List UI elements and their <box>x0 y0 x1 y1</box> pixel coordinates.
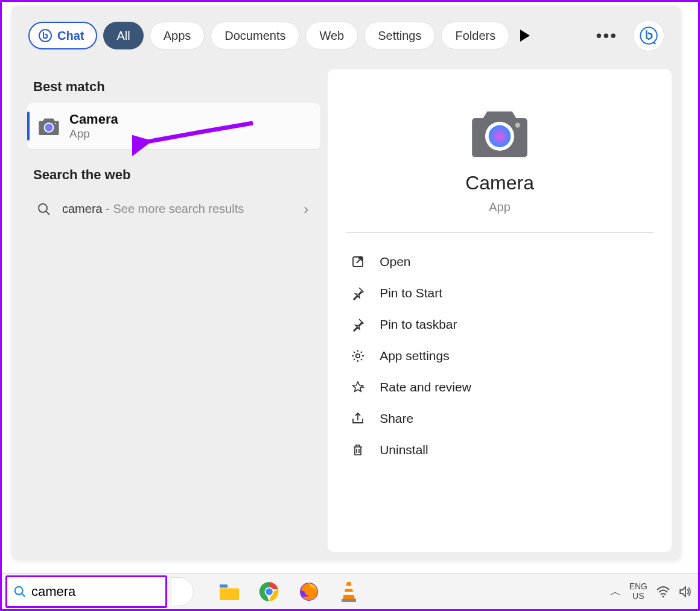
tab-settings[interactable]: Settings <box>364 22 435 49</box>
vlc-icon <box>340 581 358 603</box>
star-icon <box>351 380 365 394</box>
filter-tabs: Chat All Apps Documents Web Settings Fol… <box>11 5 681 56</box>
tab-folders[interactable]: Folders <box>441 22 509 49</box>
best-match-result[interactable]: Camera App <box>27 103 320 149</box>
svg-point-25 <box>662 595 664 597</box>
svg-line-15 <box>22 593 25 597</box>
results-column: Best match Camera App Search the web <box>27 56 320 552</box>
app-preview-header: Camera App <box>334 103 666 214</box>
svg-point-4 <box>45 124 53 131</box>
svg-point-1 <box>640 27 657 44</box>
tab-chat-label: Chat <box>57 29 84 43</box>
taskbar-vlc[interactable] <box>337 580 360 603</box>
taskbar-chrome[interactable] <box>258 580 281 603</box>
search-body: Best match Camera App Search the web <box>11 56 681 552</box>
action-pin-start[interactable]: Pin to Start <box>351 277 649 309</box>
chevron-right-icon: › <box>304 201 314 218</box>
action-app-settings[interactable]: App settings <box>351 340 649 372</box>
divider <box>346 232 654 233</box>
best-match-name: Camera <box>69 112 118 127</box>
svg-point-14 <box>15 586 23 594</box>
taskbar-search[interactable] <box>5 575 167 608</box>
svg-point-20 <box>266 588 273 595</box>
tab-apps[interactable]: Apps <box>150 22 205 49</box>
svg-point-12 <box>356 354 360 358</box>
search-box-end <box>171 577 194 606</box>
tray-overflow-button[interactable]: ︿ <box>610 584 621 599</box>
svg-point-9 <box>489 125 511 148</box>
gear-icon <box>351 349 365 363</box>
svg-point-5 <box>55 123 57 125</box>
search-icon <box>37 202 51 217</box>
search-web-heading: Search the web <box>27 162 320 191</box>
search-icon <box>13 585 27 598</box>
best-match-text: Camera App <box>69 112 118 141</box>
open-icon <box>351 255 365 269</box>
svg-point-0 <box>39 30 51 42</box>
share-icon <box>351 411 365 426</box>
svg-rect-17 <box>220 584 228 587</box>
tabs-overflow-button[interactable] <box>515 22 535 49</box>
app-sub: App <box>334 200 666 214</box>
bing-icon <box>640 27 658 45</box>
file-explorer-icon <box>218 582 240 601</box>
best-match-sub: App <box>69 127 118 141</box>
language-indicator[interactable]: ENGUS <box>629 582 648 601</box>
taskbar-file-explorer[interactable] <box>218 580 241 603</box>
web-search-result[interactable]: camera - See more search results › <box>27 191 320 227</box>
trash-icon <box>351 443 365 457</box>
play-right-icon <box>520 30 530 42</box>
svg-point-10 <box>515 122 520 127</box>
svg-point-6 <box>39 204 47 212</box>
volume-icon[interactable] <box>679 586 692 598</box>
action-pin-taskbar[interactable]: Pin to taskbar <box>351 309 649 340</box>
results-placeholder <box>27 242 320 466</box>
taskbar-search-input[interactable] <box>31 584 146 600</box>
tab-documents[interactable]: Documents <box>211 22 299 49</box>
taskbar: ︿ ENGUS <box>2 573 698 609</box>
taskbar-tray: ︿ ENGUS <box>610 582 695 601</box>
firefox-icon <box>299 581 319 602</box>
pin-icon <box>351 286 365 300</box>
bing-chat-icon <box>38 28 52 43</box>
action-open[interactable]: Open <box>351 246 649 277</box>
camera-icon <box>37 114 61 138</box>
app-actions: Open Pin to Start Pin to taskbar App set… <box>334 246 666 466</box>
svg-rect-23 <box>344 592 354 595</box>
app-title: Camera <box>334 172 666 194</box>
action-share[interactable]: Share <box>351 403 649 434</box>
more-options-button[interactable]: ••• <box>590 26 623 45</box>
windows-search-panel: Chat All Apps Documents Web Settings Fol… <box>11 5 681 560</box>
tab-web[interactable]: Web <box>305 22 358 49</box>
chrome-icon <box>259 581 279 602</box>
svg-rect-22 <box>345 586 352 589</box>
camera-icon-large <box>466 103 533 161</box>
tab-chat[interactable]: Chat <box>28 22 97 49</box>
pin-icon <box>351 317 365 332</box>
best-match-heading: Best match <box>27 74 320 103</box>
preview-pane: Camera App Open Pin to Start Pin to task… <box>328 69 672 552</box>
action-rate-review[interactable]: Rate and review <box>351 372 649 403</box>
bing-launch-button[interactable] <box>633 20 664 51</box>
action-uninstall[interactable]: Uninstall <box>351 434 649 466</box>
svg-line-7 <box>46 211 49 215</box>
web-search-text: camera - See more search results <box>62 200 293 218</box>
svg-rect-24 <box>342 599 356 602</box>
tab-all[interactable]: All <box>103 22 143 49</box>
taskbar-firefox[interactable] <box>298 580 320 603</box>
wifi-icon[interactable] <box>656 586 670 598</box>
svg-rect-16 <box>220 589 239 600</box>
